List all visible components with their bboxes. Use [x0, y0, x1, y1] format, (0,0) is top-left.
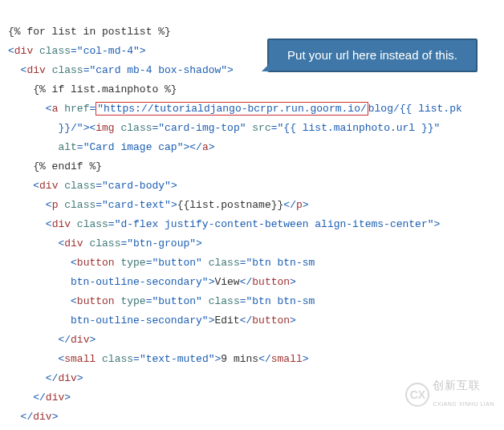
line: {% if list.mainphoto %}: [33, 83, 177, 95]
line: <div class="btn-group">: [58, 237, 201, 249]
line: {% for list in postlist %}: [8, 26, 171, 38]
line: <a href="https://tutorialdjango-bcrpr.ru…: [46, 102, 462, 116]
logo-text-en: CXIANG XINHU LIAN: [433, 395, 494, 414]
line: <button type="button" class="btn btn-sm: [71, 295, 315, 307]
watermark-logo: CX 创新互联 CXIANG XINHU LIAN: [405, 375, 494, 414]
line: <button type="button" class="btn btn-sm: [71, 257, 315, 269]
line: <p class="card-text">{{list.postname}}</…: [46, 199, 309, 211]
callout-text: Put your url here instead of this.: [287, 46, 457, 65]
line: </div>: [33, 391, 71, 404]
line: <div class="col-md-4">: [8, 45, 146, 57]
line: btn-outline-secondary">Edit</button>: [71, 314, 296, 327]
line: <small class="text-muted">9 mins</small>: [58, 353, 308, 365]
logo-icon: CX: [405, 383, 429, 407]
line: {% endif %}: [33, 160, 102, 172]
callout-box: Put your url here instead of this.: [267, 39, 478, 72]
line: <div class="card mb-4 box-shadow">: [21, 64, 234, 76]
line: alt="Card image cap"></a>: [58, 141, 214, 153]
line: <div class="card-body">: [33, 180, 177, 192]
line: </div>: [58, 334, 96, 346]
line: </div>: [46, 372, 83, 384]
line: }}/"><img class="card-img-top" src="{{ l…: [58, 122, 440, 134]
line: <div class="d-flex justify-content-betwe…: [46, 218, 441, 230]
line: </div>: [21, 411, 59, 423]
highlighted-url: "https://tutorialdjango-bcrpr.run.goorm.…: [96, 102, 368, 116]
line: btn-outline-secondary">View</button>: [71, 276, 296, 288]
logo-text-cn: 创新互联: [433, 375, 494, 395]
